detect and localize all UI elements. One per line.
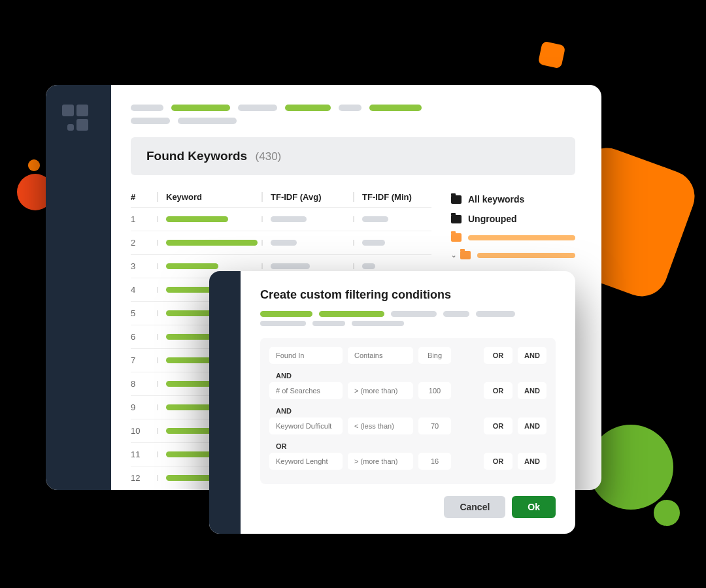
condition-value-input[interactable]: 100: [418, 382, 451, 399]
and-button[interactable]: AND: [518, 382, 546, 399]
ok-button[interactable]: Ok: [512, 496, 556, 518]
col-tfidf-avg[interactable]: TF-IDF (Avg): [261, 192, 353, 202]
condition-row: Keyword Dufficult< (less than)70ORAND: [269, 417, 546, 434]
row-number: 10: [131, 426, 157, 436]
page-header: Found Keywords (430): [131, 137, 575, 175]
folder-item[interactable]: [451, 229, 575, 246]
row-number: 1: [131, 214, 157, 224]
row-number: 11: [131, 449, 157, 459]
condition-field-select[interactable]: # of Searches: [269, 382, 343, 399]
tfidf-min-bar: [362, 263, 375, 269]
breadcrumb: [131, 118, 575, 124]
condition-operator-select[interactable]: > (more than): [348, 382, 413, 399]
condition-operator-select[interactable]: < (less than): [348, 417, 413, 434]
table-row[interactable]: 1: [131, 207, 431, 231]
and-button[interactable]: AND: [518, 453, 546, 470]
folder-ungrouped[interactable]: Ungrouped: [451, 209, 575, 229]
folder-icon: [451, 195, 462, 204]
condition-operator-select[interactable]: > (more than): [348, 453, 413, 470]
keyword-bar: [166, 216, 228, 222]
modal-subtitle: [260, 311, 556, 317]
condition-field-select[interactable]: Keyword Dufficult: [269, 417, 343, 434]
keyword-bar: [166, 240, 258, 246]
condition-value-input[interactable]: Bing: [418, 347, 451, 364]
row-number: 6: [131, 332, 157, 342]
row-number: 12: [131, 473, 157, 483]
folder-label: Ungrouped: [468, 214, 517, 224]
table-row[interactable]: 2: [131, 231, 431, 254]
cancel-button[interactable]: Cancel: [444, 496, 505, 518]
row-number: 2: [131, 238, 157, 248]
or-button[interactable]: OR: [484, 453, 513, 470]
filter-modal: Create custom filtering conditions Found…: [209, 271, 575, 534]
decorative-shape: [538, 41, 566, 69]
conditions-container: Found InContainsBingORANDAND# of Searche…: [260, 338, 556, 484]
tfidf-min-bar: [362, 216, 388, 222]
or-button[interactable]: OR: [484, 347, 513, 364]
or-button[interactable]: OR: [484, 382, 513, 399]
condition-operator-select[interactable]: Contains: [348, 347, 413, 364]
condition-field-select[interactable]: Keyword Lenght: [269, 453, 343, 470]
folder-all-keywords[interactable]: All keywords: [451, 189, 575, 209]
condition-field-select[interactable]: Found In: [269, 347, 343, 364]
condition-join: AND: [269, 369, 546, 382]
condition-value-input[interactable]: 70: [418, 417, 451, 434]
condition-join: AND: [269, 404, 546, 417]
tfidf-min-bar: [362, 240, 385, 246]
decorative-shape: [654, 500, 680, 526]
breadcrumb: [131, 105, 575, 111]
folder-label: All keywords: [468, 194, 524, 204]
modal-title: Create custom filtering conditions: [260, 288, 556, 302]
tfidf-avg-bar: [271, 216, 307, 222]
folder-item[interactable]: ⌄: [451, 246, 575, 264]
row-number: 9: [131, 402, 157, 412]
folder-icon: [451, 215, 462, 223]
table-header: # Keyword TF-IDF (Avg) TF-IDF (Min): [131, 187, 431, 207]
condition-join: OR: [269, 440, 546, 453]
chevron-down-icon: ⌄: [451, 252, 456, 259]
row-number: 8: [131, 379, 157, 389]
condition-row: # of Searches> (more than)100ORAND: [269, 382, 546, 399]
modal-subtitle: [260, 321, 556, 326]
folder-icon: [460, 251, 471, 259]
or-button[interactable]: OR: [484, 417, 513, 434]
row-number: 4: [131, 285, 157, 295]
row-number: 3: [131, 261, 157, 271]
condition-row: Found InContainsBingORAND: [269, 347, 546, 364]
row-number: 7: [131, 355, 157, 365]
dashboard-icon[interactable]: [62, 105, 111, 131]
keyword-bar: [166, 263, 218, 269]
row-number: 5: [131, 308, 157, 318]
col-number: #: [131, 192, 157, 202]
and-button[interactable]: AND: [518, 347, 546, 364]
folder-icon: [451, 233, 462, 242]
and-button[interactable]: AND: [518, 417, 546, 434]
tfidf-avg-bar: [271, 240, 297, 246]
sidebar: [46, 85, 111, 490]
modal-sidebar: [209, 271, 241, 534]
col-tfidf-min[interactable]: TF-IDF (Min): [353, 192, 431, 202]
decorative-shape: [28, 159, 40, 171]
condition-row: Keyword Lenght> (more than)16ORAND: [269, 453, 546, 470]
page-title: Found Keywords: [146, 149, 247, 163]
condition-value-input[interactable]: 16: [418, 453, 451, 470]
col-keyword[interactable]: Keyword: [157, 192, 261, 202]
folder-label-placeholder: [468, 235, 575, 240]
tfidf-avg-bar: [271, 263, 310, 269]
folder-label-placeholder: [477, 253, 575, 258]
keyword-count: (430): [256, 150, 282, 163]
keyword-bar: [166, 334, 212, 340]
